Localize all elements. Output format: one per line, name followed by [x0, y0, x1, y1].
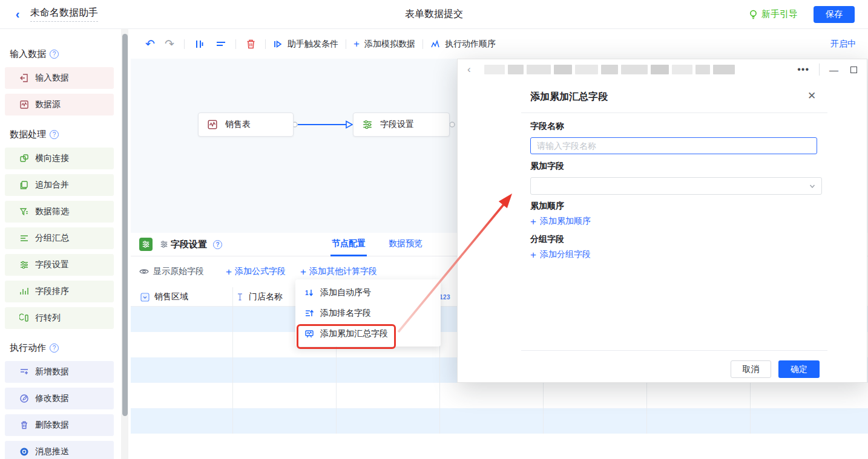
- field-name-input[interactable]: [530, 137, 817, 154]
- menu-item-label: 添加累加汇总字段: [320, 328, 388, 339]
- confirm-button[interactable]: 确定: [778, 360, 820, 378]
- sidebar-item-row-to-column[interactable]: 行转列: [5, 307, 114, 329]
- sidebar-item-field-settings[interactable]: 字段设置: [5, 254, 114, 276]
- menu-item-label: 添加排名字段: [320, 308, 371, 319]
- sidebar-item-label: 数据筛选: [35, 206, 69, 217]
- sidebar-item-field-sort[interactable]: 字段排序: [5, 281, 114, 302]
- accum-field-select[interactable]: [530, 177, 822, 195]
- node-sales-table[interactable]: 销售表: [198, 112, 294, 137]
- add-accum-order-link[interactable]: + 添加累加顺序: [530, 216, 591, 227]
- back-button[interactable]: ‹: [11, 8, 24, 21]
- help-icon[interactable]: ?: [50, 130, 59, 139]
- field-settings-mini-icon: [160, 240, 168, 249]
- sidebar-item-filter[interactable]: 数据筛选: [5, 201, 114, 223]
- help-icon[interactable]: ?: [50, 50, 59, 59]
- back-chevron-icon: ‹: [16, 7, 20, 21]
- field-settings-icon: [19, 260, 29, 270]
- maximize-icon[interactable]: [850, 67, 857, 73]
- undo-button[interactable]: ↶: [143, 37, 157, 51]
- status-enabled[interactable]: 开启中: [830, 39, 856, 50]
- redo-button[interactable]: ↷: [162, 37, 177, 51]
- align-vertical-button[interactable]: [214, 37, 228, 51]
- delete-node-button[interactable]: [243, 37, 258, 51]
- tab-data-preview[interactable]: 数据预览: [387, 233, 424, 256]
- show-original-label: 显示原始字段: [153, 266, 204, 277]
- chevron-down-icon: [809, 183, 816, 190]
- sidebar-item-group-summary[interactable]: 分组汇总: [5, 227, 114, 249]
- modal-back-icon[interactable]: ‹: [467, 63, 471, 76]
- toolbar-divider: [235, 39, 236, 49]
- censored-window-title: [484, 65, 735, 74]
- number-type-icon: 123: [439, 294, 450, 301]
- menu-item-accum-summary[interactable]: 添加累加汇总字段: [295, 324, 441, 344]
- sidebar-item-label: 横向连接: [35, 153, 69, 164]
- column-header-store-name[interactable]: 门店名称: [236, 287, 283, 307]
- column-header-numeric[interactable]: 123: [439, 287, 450, 307]
- action-order-button[interactable]: 执行动作顺序: [430, 39, 496, 50]
- panel-title-text: 字段设置: [171, 239, 207, 250]
- sidebar-item-join[interactable]: 横向连接: [5, 148, 114, 169]
- help-icon[interactable]: ?: [50, 343, 59, 353]
- page-title: 表单数据提交: [0, 8, 868, 21]
- help-icon[interactable]: ?: [213, 240, 222, 249]
- sidebar-item-add-data[interactable]: 新增数据: [5, 361, 114, 383]
- save-button[interactable]: 保存: [814, 6, 855, 23]
- column-divider: [232, 287, 233, 434]
- column-label: 销售区域: [154, 291, 188, 302]
- minimize-icon[interactable]: —: [829, 65, 838, 75]
- accum-order-label: 累加顺序: [530, 201, 564, 212]
- row-to-column-icon: [19, 313, 29, 323]
- column-header-sales-region[interactable]: 销售区域: [140, 287, 188, 307]
- add-mock-data-button[interactable]: + 添加模拟数据: [353, 39, 415, 50]
- sidebar-item-label: 分组汇总: [35, 233, 69, 244]
- sidebar-item-input-data[interactable]: 输入数据: [5, 67, 114, 89]
- align-vertical-icon: [215, 39, 226, 50]
- sidebar-item-edit-data[interactable]: 修改数据: [5, 388, 114, 409]
- panel-node-title: 字段设置 ?: [160, 239, 222, 250]
- topbar-right: 新手引导 保存: [749, 6, 855, 23]
- guide-label: 新手引导: [761, 8, 798, 20]
- field-sort-icon: [19, 287, 29, 296]
- more-options-icon[interactable]: •••: [797, 64, 809, 75]
- menu-item-auto-serial[interactable]: 1 添加自动序号: [295, 282, 441, 303]
- dialog-divider: [521, 112, 827, 113]
- sidebar-item-label: 字段设置: [35, 259, 69, 270]
- show-original-fields-toggle[interactable]: 显示原始字段: [139, 266, 204, 277]
- sidebar-item-delete-data[interactable]: 删除数据: [5, 414, 114, 436]
- node-field-settings[interactable]: 字段设置: [353, 112, 450, 137]
- align-horizontal-button[interactable]: [192, 37, 206, 51]
- sidebar-item-label: 输入数据: [35, 73, 69, 83]
- tab-node-config[interactable]: 节点配置: [330, 233, 367, 256]
- trigger-condition-button[interactable]: 助手触发条件: [273, 39, 338, 50]
- add-other-calc-field-button[interactable]: + 添加其他计算字段: [300, 266, 377, 277]
- node-label: 字段设置: [380, 119, 414, 130]
- section-title-actions: 执行动作 ?: [10, 342, 121, 354]
- newbie-guide-link[interactable]: 新手引导: [749, 8, 798, 20]
- sidebar-scrollbar[interactable]: [121, 29, 128, 459]
- accum-summary-icon: [304, 329, 314, 339]
- table-row[interactable]: [131, 408, 868, 434]
- menu-item-rank-field[interactable]: 添加排名字段: [295, 303, 441, 324]
- sidebar-item-message-push[interactable]: 消息推送: [5, 441, 114, 459]
- dialog-title: 添加累加汇总字段: [530, 91, 608, 103]
- cancel-button[interactable]: 取消: [731, 360, 771, 378]
- datasource-node-icon: [207, 119, 218, 130]
- add-other-calc-label: 添加其他计算字段: [309, 266, 377, 277]
- sidebar-item-append[interactable]: 追加合并: [5, 174, 114, 196]
- action-order-label: 执行动作顺序: [445, 39, 496, 50]
- sidebar-item-label: 追加合并: [35, 180, 69, 190]
- dialog-close-icon[interactable]: ✕: [807, 90, 816, 102]
- text-type-icon: [236, 293, 244, 301]
- section-title-process: 数据处理 ?: [10, 129, 121, 140]
- sidebar-item-label: 消息推送: [35, 446, 69, 457]
- add-group-field-link[interactable]: + 添加分组字段: [530, 249, 591, 260]
- plus-icon: +: [530, 250, 536, 260]
- add-formula-field-button[interactable]: + 添加公式字段: [226, 266, 286, 277]
- sidebar-item-label: 新增数据: [35, 366, 69, 377]
- scrollbar-thumb[interactable]: [122, 34, 128, 416]
- field-settings-badge-icon: [142, 240, 150, 249]
- assistant-title[interactable]: 未命名数据助手: [30, 7, 98, 22]
- sidebar-item-datasource[interactable]: 数据源: [5, 94, 114, 116]
- node-label: 销售表: [225, 119, 251, 130]
- canvas-toolbar: ↶ ↷: [131, 29, 868, 59]
